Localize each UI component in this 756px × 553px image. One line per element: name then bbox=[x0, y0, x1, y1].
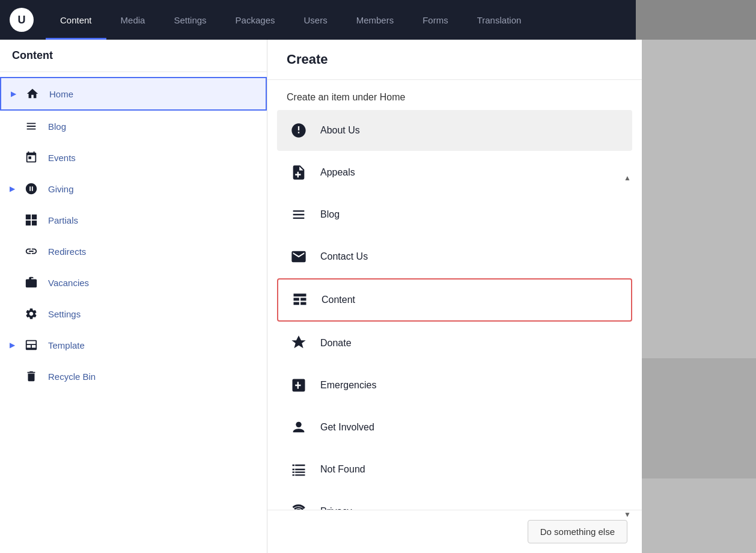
sidebar-item-label: Home bbox=[49, 89, 73, 99]
home-icon bbox=[23, 84, 42, 103]
right-panel-mid bbox=[642, 358, 756, 478]
create-item-label: Contact Us bbox=[320, 251, 368, 262]
nav-right-area bbox=[636, 0, 756, 40]
nav-items: Content Media Settings Packages Users Me… bbox=[46, 0, 535, 40]
get-involved-icon bbox=[287, 415, 311, 439]
create-item-label: Appeals bbox=[320, 167, 355, 178]
svg-rect-1 bbox=[32, 215, 37, 219]
sidebar-item-home[interactable]: ▶ Home bbox=[0, 77, 267, 111]
create-item-emergencies[interactable]: Emergencies bbox=[277, 365, 632, 406]
sidebar-items: ▶ Home ▶ Blog ▶ Events bbox=[0, 72, 267, 553]
nav-item-packages[interactable]: Packages bbox=[221, 0, 290, 40]
template-icon bbox=[22, 335, 41, 355]
sidebar: Content ▶ Home ▶ Blog ▶ bbox=[0, 40, 267, 553]
blog-icon bbox=[22, 117, 41, 136]
sidebar-item-label: Settings bbox=[48, 309, 81, 319]
nav-item-content[interactable]: Content bbox=[46, 0, 106, 40]
logo[interactable]: U bbox=[10, 8, 34, 32]
nav-item-media[interactable]: Media bbox=[106, 0, 160, 40]
create-item-appeals[interactable]: Appeals bbox=[277, 152, 632, 193]
sidebar-item-label: Template bbox=[48, 340, 85, 350]
arrow-icon: ▶ bbox=[10, 341, 19, 349]
events-icon bbox=[22, 148, 41, 167]
sidebar-item-label: Redirects bbox=[48, 246, 86, 257]
main-layout: Content ▶ Home ▶ Blog ▶ bbox=[0, 40, 756, 553]
svg-rect-0 bbox=[26, 215, 31, 219]
create-item-label: Not Found bbox=[320, 464, 365, 475]
svg-rect-2 bbox=[26, 221, 31, 225]
sidebar-item-partials[interactable]: ▶ Partials bbox=[0, 204, 267, 236]
blog-create-icon bbox=[287, 203, 311, 227]
appeals-icon bbox=[287, 160, 311, 185]
create-subtitle: Create an item under Home bbox=[267, 80, 642, 110]
create-item-label: Content bbox=[322, 295, 355, 305]
not-found-icon bbox=[287, 457, 311, 481]
donate-icon bbox=[287, 331, 311, 355]
giving-icon bbox=[22, 179, 41, 198]
nav-item-users[interactable]: Users bbox=[289, 0, 341, 40]
create-item-label: Emergencies bbox=[320, 380, 376, 391]
sidebar-item-events[interactable]: ▶ Events bbox=[0, 142, 267, 173]
create-title: Create bbox=[267, 40, 642, 80]
create-item-label: About Us bbox=[320, 125, 360, 136]
sidebar-item-label: Partials bbox=[48, 215, 78, 225]
sidebar-item-redirects[interactable]: ▶ Redirects bbox=[0, 236, 267, 267]
privacy-icon bbox=[287, 500, 311, 510]
create-section: Create an item under Home ▲ About Us bbox=[267, 80, 642, 553]
sidebar-item-label: Events bbox=[48, 153, 76, 163]
settings-icon bbox=[22, 304, 41, 323]
sidebar-item-label: Blog bbox=[48, 121, 66, 132]
create-item-content[interactable]: Content bbox=[277, 278, 632, 322]
sidebar-item-label: Vacancies bbox=[48, 278, 89, 288]
sidebar-item-label: Recycle Bin bbox=[48, 371, 96, 382]
sidebar-item-giving[interactable]: ▶ Giving bbox=[0, 173, 267, 204]
create-item-not-found[interactable]: Not Found bbox=[277, 449, 632, 490]
nav-item-members[interactable]: Members bbox=[342, 0, 409, 40]
scroll-down-indicator[interactable]: ▼ bbox=[623, 510, 632, 519]
partials-icon bbox=[22, 210, 41, 230]
content-icon bbox=[288, 288, 312, 312]
right-panels bbox=[642, 40, 756, 553]
emergencies-icon bbox=[287, 373, 311, 397]
create-item-label: Get Involved bbox=[320, 422, 374, 433]
vacancies-icon bbox=[22, 273, 41, 292]
nav-item-settings[interactable]: Settings bbox=[159, 0, 221, 40]
sidebar-header: Content bbox=[0, 40, 267, 72]
sidebar-item-vacancies[interactable]: ▶ Vacancies bbox=[0, 267, 267, 298]
create-item-blog[interactable]: Blog bbox=[277, 194, 632, 235]
sidebar-item-label: Giving bbox=[48, 184, 74, 194]
recycle-bin-icon bbox=[22, 367, 41, 386]
create-list: About Us Appeals Blog bbox=[267, 110, 642, 510]
about-us-icon bbox=[287, 118, 311, 142]
right-panel-top bbox=[642, 40, 756, 356]
nav-item-translation[interactable]: Translation bbox=[463, 0, 536, 40]
contact-us-icon bbox=[287, 245, 311, 269]
sidebar-item-template[interactable]: ▶ Template bbox=[0, 329, 267, 361]
create-item-label: Blog bbox=[320, 209, 340, 220]
sidebar-item-settings[interactable]: ▶ Settings bbox=[0, 298, 267, 329]
sidebar-item-blog[interactable]: ▶ Blog bbox=[0, 111, 267, 142]
create-item-label: Donate bbox=[320, 338, 352, 349]
arrow-icon: ▶ bbox=[10, 185, 19, 193]
top-navigation: U Content Media Settings Packages Users … bbox=[0, 0, 756, 40]
do-something-else-button[interactable]: Do something else bbox=[528, 520, 627, 543]
content-footer: Do something else bbox=[267, 510, 642, 553]
arrow-icon: ▶ bbox=[11, 90, 20, 98]
create-item-contact-us[interactable]: Contact Us bbox=[277, 236, 632, 277]
create-item-about-us[interactable]: About Us bbox=[277, 110, 632, 151]
create-panel: Create Create an item under Home ▲ About… bbox=[267, 40, 642, 553]
sidebar-item-recycle-bin[interactable]: ▶ Recycle Bin bbox=[0, 361, 267, 392]
svg-rect-3 bbox=[32, 221, 37, 225]
create-item-get-involved[interactable]: Get Involved bbox=[277, 407, 632, 448]
right-panel-bot bbox=[642, 481, 756, 553]
redirects-icon bbox=[22, 242, 41, 261]
svg-point-4 bbox=[296, 422, 301, 427]
create-item-label: Privacy bbox=[320, 506, 352, 510]
create-item-privacy[interactable]: Privacy bbox=[277, 491, 632, 510]
create-item-donate[interactable]: Donate bbox=[277, 323, 632, 364]
nav-item-forms[interactable]: Forms bbox=[408, 0, 463, 40]
